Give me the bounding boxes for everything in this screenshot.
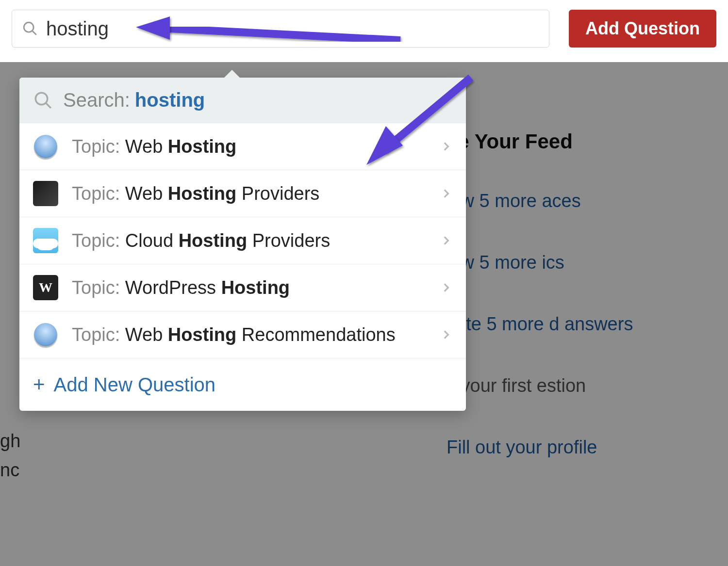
suggestion-topic-web-hosting-providers[interactable]: Topic: Web Hosting Providers: [19, 170, 466, 217]
suggestion-label: Topic: Web Hosting Recommendations: [72, 324, 440, 345]
server-icon: [33, 181, 58, 206]
suggestion-topic-web-hosting[interactable]: Topic: Web Hosting: [19, 123, 466, 170]
search-input[interactable]: [46, 18, 539, 40]
dropdown-search-header[interactable]: Search: hosting: [19, 78, 466, 123]
suggestion-topic-wordpress-hosting[interactable]: Topic: WordPress Hosting: [19, 264, 466, 311]
add-new-question-link[interactable]: + Add New Question: [19, 358, 466, 411]
chevron-right-icon: [440, 234, 452, 247]
svg-line-3: [46, 103, 51, 108]
svg-point-2: [35, 93, 48, 105]
search-icon: [33, 90, 53, 111]
svg-line-1: [33, 31, 36, 35]
suggestion-label: Topic: Cloud Hosting Providers: [72, 230, 440, 251]
globe-icon: [33, 322, 58, 347]
suggestion-label: Topic: Web Hosting Providers: [72, 183, 440, 204]
add-question-button[interactable]: Add Question: [569, 10, 716, 48]
dropdown-header-term: hosting: [135, 89, 205, 111]
wordpress-icon: [33, 275, 58, 300]
top-bar: Add Question: [0, 0, 728, 57]
chevron-right-icon: [440, 328, 452, 341]
search-box[interactable]: [12, 10, 549, 48]
svg-point-0: [24, 22, 33, 32]
chevron-right-icon: [440, 140, 452, 153]
chevron-right-icon: [440, 281, 452, 294]
suggestion-label: Topic: WordPress Hosting: [72, 277, 440, 298]
cloud-icon: [33, 228, 58, 253]
search-suggestions-dropdown: Search: hosting Topic: Web Hosting Topic…: [19, 78, 466, 411]
suggestion-label: Topic: Web Hosting: [72, 136, 440, 157]
plus-icon: +: [33, 373, 45, 396]
add-new-question-label: Add New Question: [54, 374, 216, 396]
suggestion-topic-cloud-hosting-providers[interactable]: Topic: Cloud Hosting Providers: [19, 217, 466, 264]
chevron-right-icon: [440, 187, 452, 200]
globe-icon: [33, 134, 58, 159]
search-icon: [22, 20, 38, 37]
suggestion-topic-web-hosting-recommendations[interactable]: Topic: Web Hosting Recommendations: [19, 311, 466, 358]
dropdown-header-label: Search:: [63, 89, 130, 111]
